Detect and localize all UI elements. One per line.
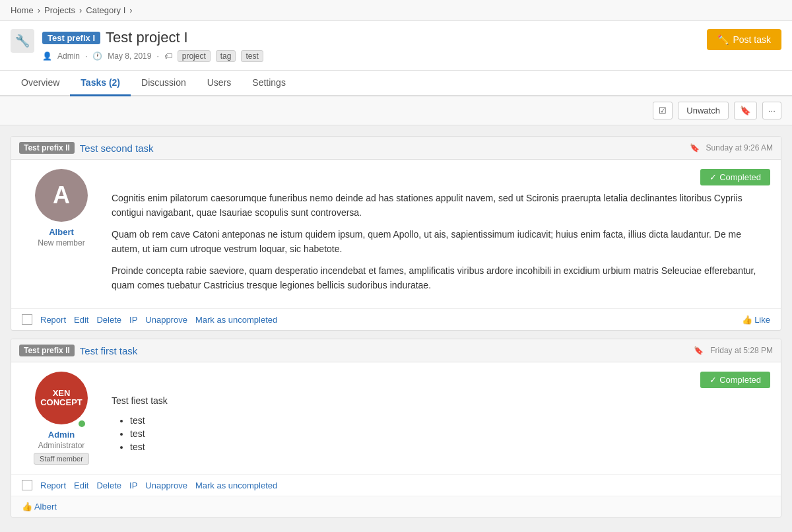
project-title-block: Test prefix I Test project I 👤 Admin · 🕐… [42,29,263,62]
task-1-report-link[interactable]: Report [40,315,66,325]
meta-tag-tag: tag [216,50,236,62]
edit-icon: ✏️ [717,34,729,45]
tasks-content: Test prefix II Test second task 🔖 Sunday… [0,125,792,528]
meta-author-icon: 👤 [42,51,52,61]
task-2-edit-link[interactable]: Edit [74,481,88,490]
task-2-body-area: XENCONCEPT Admin Administrator Staff mem… [11,362,781,474]
task-2-delete-link[interactable]: Delete [96,481,121,490]
meta-author: Admin [57,51,80,61]
tab-tasks[interactable]: Tasks (2) [70,71,131,96]
task-2-user-col: XENCONCEPT Admin Administrator Staff mem… [22,372,101,465]
breadcrumb-projects[interactable]: Projects [44,5,75,15]
unwatch-button[interactable]: Unwatch [678,102,729,119]
task-2-status-label: Completed [719,375,761,385]
task-2-avatar: XENCONCEPT [35,372,88,424]
task-2-staff-badge: Staff member [34,453,89,465]
task-2-intro: Test fiest task [112,393,770,408]
wrench-icon: 🔧 [11,29,34,53]
task-1-body-area: A Albert New member ✓ Completed Cognitis… [11,160,781,308]
task-1-edit-link[interactable]: Edit [74,315,88,325]
task-2-unapprove-link[interactable]: Unapprove [145,481,187,490]
project-title: Test prefix I Test project I [42,29,263,46]
meta-tag-project: project [178,50,211,62]
task-1-completed-badge: ✓ Completed [700,169,770,185]
tabs-bar: Overview Tasks (2) Discussion Users Sett… [0,71,792,96]
task-card-1: Test prefix II Test second task 🔖 Sunday… [11,136,781,331]
task-2-list-item-3: test [130,442,770,452]
task-2-report-link[interactable]: Report [40,481,66,490]
post-task-button[interactable]: ✏️ Post task [707,29,781,50]
task-1-username[interactable]: Albert [22,227,101,237]
project-header: 🔧 Test prefix I Test project I 👤 Admin ·… [0,21,792,71]
tab-discussion[interactable]: Discussion [131,71,197,96]
sep1: › [38,5,40,15]
tab-settings[interactable]: Settings [242,71,296,96]
task-1-select-checkbox[interactable] [22,314,32,325]
task-2-actions: Report Edit Delete IP Unapprove Mark as … [11,474,781,496]
task-1-header-right: 🔖 Sunday at 9:26 AM [690,143,773,152]
tab-overview[interactable]: Overview [11,71,70,96]
bookmark-button[interactable]: 🔖 [734,102,757,119]
task-1-user-role: New member [22,238,101,248]
meta-tag-icon: 🏷 [164,51,172,61]
task-2-title-link[interactable]: Test first task [80,345,138,356]
task-1-unapprove-link[interactable]: Unapprove [145,315,187,325]
post-task-label: Post task [733,34,771,45]
task-2-body-row: XENCONCEPT Admin Administrator Staff mem… [22,372,770,465]
check-icon-2: ✓ [710,375,717,385]
task-1-para-2: Quam ob rem cave Catoni anteponas ne ist… [112,227,770,257]
task-1-status-label: Completed [719,172,761,182]
task-1-like-link[interactable]: 👍 Like [742,315,770,325]
task-2-header-right: 🔖 Friday at 5:28 PM [694,346,773,355]
tasks-toolbar: ☑ Unwatch 🔖 ··· [0,96,792,125]
task-1-actions: Report Edit Delete IP Unapprove Mark as … [11,308,781,330]
task-1-ip-link[interactable]: IP [129,315,137,325]
project-prefix-badge: Test prefix I [42,32,100,44]
check-icon-1: ✓ [710,172,717,182]
meta-clock-icon: 🕐 [92,51,102,61]
task-1-content-col: ✓ Completed Cognitis enim pilatorum caes… [112,169,770,299]
task-1-mark-uncompleted-link[interactable]: Mark as uncompleted [195,315,277,325]
breadcrumb-category[interactable]: Category I [86,5,125,15]
top-breadcrumb: Home › Projects › Category I › [0,0,792,21]
project-meta: 👤 Admin · 🕐 May 8, 2019 · 🏷 project tag … [42,50,263,62]
task-1-status-row: ✓ Completed [112,169,770,185]
task-card-2: Test prefix II Test first task 🔖 Friday … [11,339,781,517]
task-2-select-checkbox[interactable] [22,480,32,490]
breadcrumb-home[interactable]: Home [11,5,34,15]
task-2-list: test test test [130,415,770,452]
check-all-button[interactable]: ☑ [653,102,673,119]
task-1-title-link[interactable]: Test second task [80,143,154,154]
task-1-para-3: Proinde concepta rabie saeviore, quam de… [112,263,770,293]
task-1-user-col: A Albert New member [22,169,101,299]
task-2-mark-uncompleted-link[interactable]: Mark as uncompleted [195,481,277,490]
task-2-list-item-1: test [130,415,770,426]
task-2-username[interactable]: Admin [22,430,101,440]
task-1-body-row: A Albert New member ✓ Completed Cognitis… [22,169,770,299]
task-1-title-area: Test prefix II Test second task [19,142,154,154]
tab-users[interactable]: Users [197,71,242,96]
sep3: › [129,5,132,15]
task-1-bookmark-icon[interactable]: 🔖 [690,143,700,152]
task-2-prefix: Test prefix II [19,345,75,356]
task-1-timestamp: Sunday at 9:26 AM [706,143,773,152]
meta-sep1: · [85,51,87,61]
meta-date: May 8, 2019 [108,51,151,61]
task-2-ip-link[interactable]: IP [129,481,137,490]
task-2-bookmark-icon[interactable]: 🔖 [694,346,704,355]
task-1-like-action: 👍 Like [742,315,770,325]
thumbs-up-icon: 👍 [22,502,32,512]
meta-sep2: · [156,51,158,61]
task-1-header: Test prefix II Test second task 🔖 Sunday… [11,137,781,160]
task-2-completed-badge: ✓ Completed [700,372,770,388]
task-2-list-item-2: test [130,428,770,439]
task-1-delete-link[interactable]: Delete [96,315,121,325]
project-header-left: 🔧 Test prefix I Test project I 👤 Admin ·… [11,29,263,62]
task-1-avatar: A [35,169,88,222]
task-2-status-row: ✓ Completed [112,372,770,388]
task-1-para-1: Cognitis enim pilatorum caesorumque fune… [112,191,770,220]
task-2-liker-link[interactable]: Albert [34,502,57,512]
sep2: › [79,5,82,15]
more-button[interactable]: ··· [762,102,781,119]
project-name: Test project I [106,29,188,46]
